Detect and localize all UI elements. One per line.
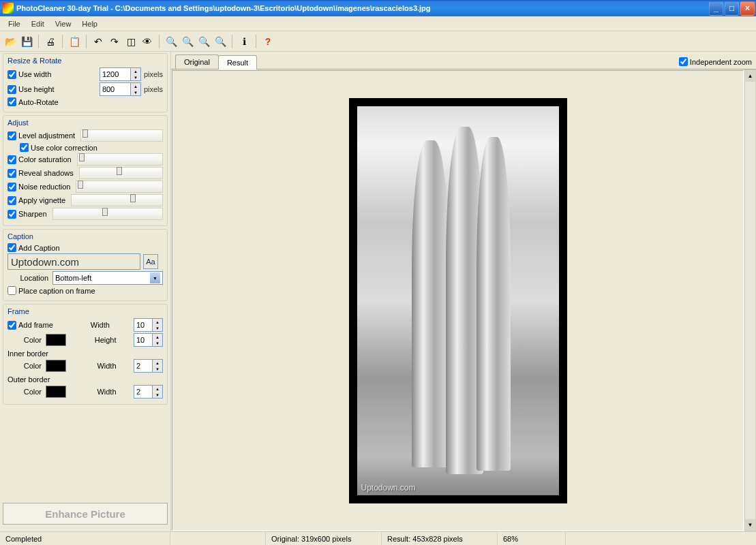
frame-color-swatch[interactable] — [46, 334, 66, 346]
add-frame-checkbox[interactable] — [7, 321, 16, 330]
window-title: PhotoCleaner 30-day Trial - C:\Documents… — [16, 4, 708, 12]
height-input[interactable] — [100, 82, 131, 96]
tab-bar: Original Result Independent zoom — [171, 52, 756, 69]
info-icon[interactable]: ℹ — [237, 34, 252, 49]
location-select[interactable]: Bottom-left▼ — [52, 271, 163, 285]
color-correction-label: Use color correction — [31, 144, 97, 152]
auto-rotate-checkbox[interactable] — [7, 97, 16, 106]
noise-label: Noise reduction — [18, 183, 70, 191]
outer-width-input[interactable] — [134, 385, 153, 399]
vignette-label: Apply vignette — [18, 196, 65, 204]
add-caption-checkbox[interactable] — [7, 243, 16, 252]
menu-help[interactable]: Help — [76, 18, 103, 29]
zoom-out-icon[interactable]: 🔍 — [180, 34, 195, 49]
zoom-actual-icon[interactable]: 🔍 — [213, 34, 228, 49]
panel-resize: Resize & Rotate Use width ▲▼ pixels Use … — [3, 53, 168, 112]
frame-width-spinner[interactable]: ▲▼ — [153, 318, 163, 332]
scroll-down-icon[interactable]: ▼ — [745, 519, 755, 531]
help-icon[interactable]: ? — [260, 34, 275, 49]
inner-border-label: Inner border — [7, 349, 163, 358]
use-width-label: Use width — [18, 70, 51, 78]
content-area: Original Result Independent zoom Uptodow… — [170, 52, 756, 531]
zoom-fit-icon[interactable]: 🔍 — [196, 34, 211, 49]
outer-color-swatch[interactable] — [46, 386, 66, 398]
use-width-checkbox[interactable] — [7, 70, 16, 79]
image-canvas[interactable]: Uptodown.com — [172, 70, 744, 531]
sharpen-slider[interactable] — [52, 208, 163, 220]
zoom-in-icon[interactable]: 🔍 — [164, 34, 179, 49]
inner-width-spinner[interactable]: ▲▼ — [153, 359, 163, 373]
scroll-up-icon[interactable]: ▲ — [745, 70, 755, 82]
reveal-slider[interactable] — [79, 167, 163, 179]
save-icon[interactable]: 💾 — [19, 34, 34, 49]
height-spinner[interactable]: ▲▼ — [131, 82, 141, 96]
close-button[interactable]: × — [740, 1, 755, 16]
toolbar: 📂 💾 🖨 📋 ↶ ↷ ◫ 👁 🔍 🔍 🔍 🔍 ℹ ? — [0, 31, 756, 52]
print-icon[interactable]: 🖨 — [43, 34, 58, 49]
redeye-icon[interactable]: 👁 — [140, 34, 155, 49]
reveal-label: Reveal shadows — [18, 169, 74, 177]
status-zoom: 68% — [498, 532, 566, 545]
sharpen-checkbox[interactable] — [7, 210, 16, 219]
app-icon — [3, 3, 14, 14]
caption-on-frame-checkbox[interactable] — [7, 286, 16, 295]
saturation-slider[interactable] — [77, 153, 163, 166]
noise-slider[interactable] — [76, 181, 163, 193]
minimize-button[interactable]: _ — [709, 1, 723, 16]
inner-width-input[interactable] — [134, 359, 153, 373]
rotate-left-icon[interactable]: ↶ — [91, 34, 106, 49]
menu-view[interactable]: View — [50, 18, 77, 29]
frame-width-input[interactable] — [134, 318, 153, 332]
chevron-down-icon[interactable]: ▼ — [150, 272, 160, 283]
panel-frame: Frame Add frame Width ▲▼ Color Height ▲▼… — [3, 304, 168, 405]
panel-title: Frame — [7, 307, 163, 315]
vertical-scrollbar[interactable]: ▲ ▼ — [744, 69, 756, 531]
location-value: Bottom-left — [55, 274, 91, 282]
maximize-button[interactable]: □ — [725, 1, 739, 16]
pixels-label: pixels — [144, 85, 163, 93]
auto-rotate-label: Auto-Rotate — [18, 98, 59, 106]
rotate-right-icon[interactable]: ↷ — [107, 34, 122, 49]
color-label: Color — [7, 362, 42, 370]
frame-height-input[interactable] — [134, 333, 153, 347]
independent-zoom-checkbox[interactable] — [679, 57, 688, 66]
panel-title: Resize & Rotate — [7, 57, 163, 65]
image-frame: Uptodown.com — [349, 98, 567, 503]
width-input[interactable] — [100, 67, 131, 81]
open-icon[interactable]: 📂 — [3, 34, 18, 49]
panel-title: Adjust — [7, 119, 163, 127]
vignette-checkbox[interactable] — [7, 196, 16, 205]
noise-checkbox[interactable] — [7, 183, 16, 191]
status-original: Original: 319x600 pixels — [266, 532, 382, 545]
copy-icon[interactable]: 📋 — [67, 34, 82, 49]
saturation-checkbox[interactable] — [7, 155, 16, 164]
tab-result[interactable]: Result — [218, 55, 257, 69]
menu-file[interactable]: File — [3, 18, 26, 29]
width-spinner[interactable]: ▲▼ — [131, 67, 141, 81]
color-label: Color — [7, 336, 42, 344]
inner-color-swatch[interactable] — [46, 360, 66, 372]
level-label: Level adjustment — [18, 131, 75, 140]
font-button[interactable]: Aa — [143, 254, 158, 269]
reveal-checkbox[interactable] — [7, 169, 16, 178]
height-label: Height — [81, 336, 117, 344]
status-bar: Completed Original: 319x600 pixels Resul… — [0, 531, 756, 545]
outer-width-spinner[interactable]: ▲▼ — [153, 385, 163, 399]
tab-original[interactable]: Original — [175, 54, 219, 69]
enhance-button[interactable]: Enhance Picture — [3, 503, 168, 525]
titlebar: PhotoCleaner 30-day Trial - C:\Documents… — [0, 0, 756, 16]
color-correction-checkbox[interactable] — [20, 143, 29, 152]
menu-edit[interactable]: Edit — [26, 18, 50, 29]
width-label: Width — [81, 388, 117, 396]
vignette-slider[interactable] — [71, 194, 163, 206]
use-height-checkbox[interactable] — [7, 85, 16, 94]
outer-border-label: Outer border — [7, 375, 163, 384]
pixels-label: pixels — [144, 70, 163, 78]
caption-text-input[interactable] — [7, 253, 140, 270]
width-label: Width — [74, 321, 110, 329]
level-checkbox[interactable] — [7, 131, 16, 140]
crop-icon[interactable]: ◫ — [123, 34, 138, 49]
caption-on-frame-label: Place caption on frame — [18, 287, 95, 295]
level-slider[interactable] — [80, 129, 163, 142]
frame-height-spinner[interactable]: ▲▼ — [153, 333, 163, 347]
